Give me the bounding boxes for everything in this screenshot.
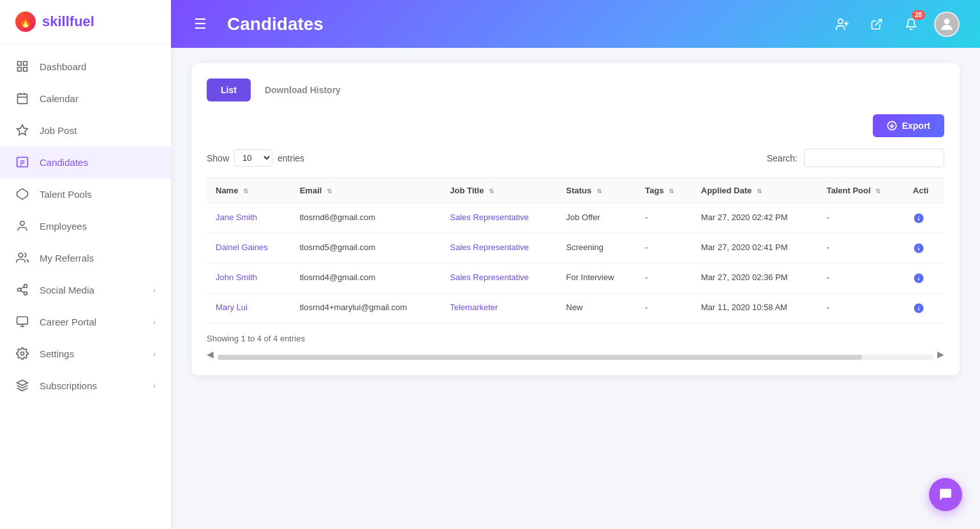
entries-select[interactable]: 10 25 50 100 — [234, 149, 272, 167]
cell-job-title-2: Sales Representative — [441, 264, 557, 294]
svg-point-17 — [18, 288, 21, 292]
action-info-button-2[interactable] — [913, 272, 924, 284]
job-title-link-0[interactable]: Sales Representative — [450, 212, 529, 222]
cell-email-3: tlosrnd4+marylui@gmail.com — [291, 294, 442, 324]
action-info-button-0[interactable] — [913, 212, 924, 224]
topbar-left: ☰ Candidates — [191, 13, 323, 35]
col-email[interactable]: Email ⇅ — [291, 178, 442, 204]
sidebar-item-job-post[interactable]: Job Post — [0, 114, 171, 146]
my-referrals-icon — [15, 251, 29, 265]
hamburger-button[interactable]: ☰ — [191, 13, 209, 35]
cell-name-3: Mary Lui — [207, 294, 291, 324]
svg-line-20 — [20, 287, 24, 288]
sidebar-item-candidates[interactable]: Candidates — [0, 146, 171, 178]
action-info-button-1[interactable] — [913, 242, 924, 254]
action-info-button-3[interactable] — [913, 302, 924, 314]
cell-actions-3 — [904, 294, 944, 324]
sidebar-item-calendar[interactable]: Calendar — [0, 82, 171, 114]
sidebar-item-label-candidates: Candidates — [40, 157, 88, 168]
svg-rect-21 — [17, 317, 28, 325]
external-link-button[interactable] — [865, 13, 888, 36]
name-link-0[interactable]: Jane Smith — [216, 212, 257, 222]
chat-fab-button[interactable] — [929, 478, 962, 511]
name-link-2[interactable]: John Smith — [216, 272, 257, 282]
search-row: Search: — [767, 149, 944, 167]
cell-name-0: Jane Smith — [207, 204, 291, 234]
col-tags[interactable]: Tags ⇅ — [636, 178, 692, 204]
name-link-1[interactable]: Dainel Gaines — [216, 242, 268, 252]
add-user-button[interactable] — [831, 13, 854, 36]
social-media-chevron-icon: › — [153, 285, 156, 295]
logo-icon: 🔥 — [15, 11, 36, 32]
scroll-right-arrow[interactable]: ▶ — [937, 349, 944, 359]
notification-badge: 28 — [912, 10, 925, 20]
search-label: Search: — [767, 153, 798, 163]
topbar: ☰ Candidates 28 — [171, 0, 980, 48]
scroll-left-arrow[interactable]: ◀ — [207, 349, 214, 359]
job-title-link-3[interactable]: Telemarketer — [450, 302, 498, 312]
svg-point-15 — [19, 253, 23, 258]
employees-icon — [15, 219, 29, 233]
table-row: Mary Lui tlosrnd4+marylui@gmail.com Tele… — [207, 294, 944, 324]
tab-download-history[interactable]: Download History — [251, 78, 355, 101]
tab-list[interactable]: List — [207, 78, 251, 101]
cell-applied-date-2: Mar 27, 2020 02:36 PM — [692, 264, 818, 294]
notifications-button[interactable]: 28 — [900, 13, 923, 36]
job-title-link-1[interactable]: Sales Representative — [450, 242, 529, 252]
candidates-icon — [15, 155, 29, 169]
svg-rect-0 — [18, 62, 22, 66]
col-job-title[interactable]: Job Title ⇅ — [441, 178, 557, 204]
sidebar-item-label-dashboard: Dashboard — [40, 61, 86, 72]
subscriptions-chevron-icon: › — [153, 381, 156, 391]
cell-talent-pool-3: - — [818, 294, 904, 324]
sidebar-item-employees[interactable]: Employees — [0, 210, 171, 242]
cell-tags-0: - — [636, 204, 692, 234]
candidates-table: Name ⇅ Email ⇅ Job Title ⇅ Status ⇅ Tags… — [207, 177, 944, 324]
sidebar-item-label-employees: Employees — [40, 221, 87, 232]
actions-row: Export — [207, 114, 944, 137]
svg-marker-13 — [17, 189, 28, 200]
name-link-3[interactable]: Mary Lui — [216, 302, 248, 312]
svg-point-25 — [838, 19, 843, 23]
cell-status-3: New — [557, 294, 636, 324]
cell-talent-pool-0: - — [818, 204, 904, 234]
sidebar-item-talent-pools[interactable]: Talent Pools — [0, 178, 171, 210]
cell-tags-1: - — [636, 234, 692, 264]
col-name[interactable]: Name ⇅ — [207, 178, 291, 204]
sidebar-item-label-talent-pools: Talent Pools — [40, 189, 92, 200]
content-area: List Download History Export Show 10 25 … — [171, 48, 980, 529]
svg-rect-4 — [18, 94, 27, 103]
candidates-card: List Download History Export Show 10 25 … — [191, 63, 960, 375]
cell-actions-0 — [904, 204, 944, 234]
sidebar-item-dashboard[interactable]: Dashboard — [0, 50, 171, 82]
sidebar-item-social-media[interactable]: Social Media› — [0, 274, 171, 306]
col-applied-date[interactable]: Applied Date ⇅ — [692, 178, 818, 204]
search-input[interactable] — [804, 149, 944, 167]
svg-point-29 — [944, 19, 950, 24]
sidebar-item-subscriptions[interactable]: Subscriptions› — [0, 369, 171, 401]
svg-rect-9 — [17, 158, 28, 167]
table-row: John Smith tlosrnd4@gmail.com Sales Repr… — [207, 264, 944, 294]
svg-line-28 — [875, 19, 881, 25]
talent-pools-icon — [15, 187, 29, 201]
scrollbar-thumb — [218, 355, 862, 360]
cell-name-1: Dainel Gaines — [207, 234, 291, 264]
cell-applied-date-1: Mar 27, 2020 02:41 PM — [692, 234, 818, 264]
svg-point-18 — [24, 292, 27, 295]
sidebar-item-label-my-referrals: My Referrals — [40, 253, 94, 264]
entries-left: Show 10 25 50 100 entries — [207, 149, 304, 167]
sidebar-item-settings[interactable]: Settings› — [0, 338, 171, 369]
col-status[interactable]: Status ⇅ — [557, 178, 636, 204]
job-title-link-2[interactable]: Sales Representative — [450, 272, 529, 282]
svg-marker-8 — [17, 125, 28, 135]
horizontal-scrollbar[interactable] — [218, 355, 933, 360]
topbar-right: 28 — [831, 11, 960, 37]
career-portal-icon — [15, 315, 29, 329]
export-button[interactable]: Export — [873, 114, 944, 137]
col-talent-pool[interactable]: Talent Pool ⇅ — [818, 178, 904, 204]
show-label: Show — [207, 153, 229, 163]
avatar-button[interactable] — [934, 11, 960, 37]
sidebar-item-career-portal[interactable]: Career Portal› — [0, 306, 171, 338]
sidebar-item-my-referrals[interactable]: My Referrals — [0, 242, 171, 274]
sidebar-item-label-calendar: Calendar — [40, 93, 78, 104]
